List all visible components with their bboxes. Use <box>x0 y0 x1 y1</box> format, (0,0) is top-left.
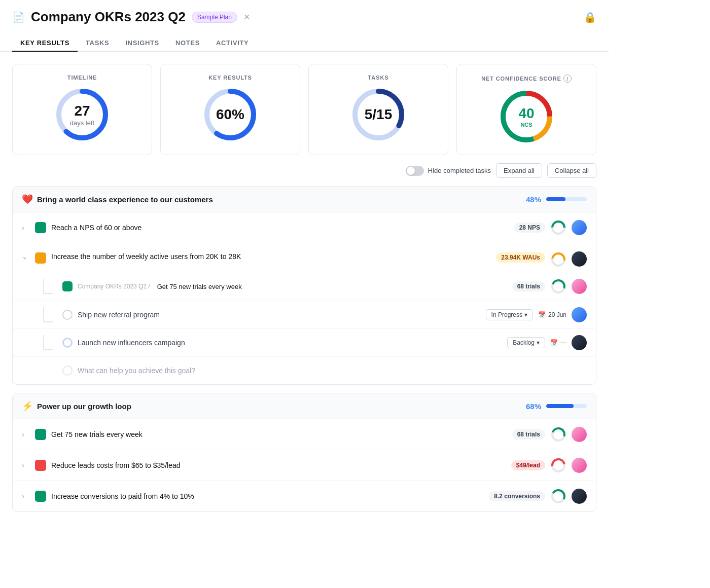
stat-ncs-label: NET CONFIDENCE SCORE i <box>467 75 586 83</box>
kr2-name: Increase the number of weekly active use… <box>51 252 491 261</box>
objective-2-emoji: ⚡ <box>22 400 33 412</box>
pin-icon[interactable]: ✕ <box>243 12 250 22</box>
kr2-expand-icon[interactable]: ⌄ <box>22 252 30 261</box>
hide-completed-toggle[interactable] <box>406 166 424 176</box>
kr2-avatar <box>572 251 587 267</box>
placeholder-text[interactable]: What can help you achieve this goal? <box>78 366 587 375</box>
objective-1: ❤️ Bring a world class experience to our… <box>12 186 596 385</box>
page-doc-icon: 📄 <box>12 11 25 23</box>
kr4-circle <box>550 457 566 473</box>
task2-checkbox[interactable] <box>62 338 73 348</box>
stat-timeline: TIMELINE 27 days left <box>12 64 152 155</box>
kr5-avatar <box>572 489 587 504</box>
sub-kr-dot <box>62 281 73 291</box>
placeholder-circle <box>62 365 73 376</box>
kr5-circle <box>550 488 566 504</box>
kr5-expand-icon[interactable]: › <box>22 492 30 500</box>
objective-1-bar-fill <box>546 197 565 201</box>
objective-2-bar-fill <box>546 404 574 408</box>
kr4-expand-icon[interactable]: › <box>22 461 30 469</box>
stat-ncs-value: 40 <box>518 105 534 122</box>
toggle-knob <box>407 167 415 175</box>
kr1-expand-icon[interactable]: › <box>22 224 30 232</box>
sub-item-task-1: Ship new referral program In Progress ▾ … <box>13 301 596 329</box>
expand-all-button[interactable]: Expand all <box>496 163 542 178</box>
hide-completed-wrap: Hide completed tasks <box>406 166 491 176</box>
kr4-color-dot <box>35 460 46 471</box>
objective-1-header: ❤️ Bring a world class experience to our… <box>13 187 596 212</box>
ncs-info-icon[interactable]: i <box>563 75 572 83</box>
kr2-color-dot <box>35 252 46 264</box>
task1-status[interactable]: In Progress ▾ <box>486 309 533 320</box>
controls-bar: Hide completed tasks Expand all Collapse… <box>0 155 609 186</box>
stat-key-results: KEY RESULTS 60% <box>160 64 300 155</box>
kr3-circle <box>550 426 566 443</box>
objective-2-title: Power up our growth loop <box>37 402 526 411</box>
stats-row: TIMELINE 27 days left KEY RESULTS <box>0 52 609 155</box>
kr3-color-dot <box>35 429 46 440</box>
objective-1-bar <box>546 197 587 201</box>
objective-1-progress: 48% <box>526 195 541 204</box>
sub-kr-avatar <box>572 279 587 294</box>
kr4-metric: $49/lead <box>511 460 545 470</box>
kr3-avatar <box>572 427 587 442</box>
kr4-avatar <box>572 458 587 473</box>
sub-item-task-2: Launch new influencers campaign Backlog … <box>13 329 596 357</box>
objective-2-bar <box>546 404 587 408</box>
hide-completed-label: Hide completed tasks <box>428 167 491 174</box>
kr1-circle <box>550 219 566 236</box>
page-header: 📄 Company OKRs 2023 Q2 Sample Plan ✕ 🔒 <box>0 0 609 25</box>
objective-1-emoji: ❤️ <box>22 194 33 205</box>
tab-insights[interactable]: INSIGHTS <box>117 35 167 52</box>
task2-name: Launch new influencers campaign <box>78 339 502 347</box>
stat-timeline-value: 27 <box>70 103 94 119</box>
objective-1-title: Bring a world class experience to our cu… <box>37 195 526 204</box>
sub-item-placeholder: What can help you achieve this goal? <box>13 357 596 384</box>
task2-date: 📅 — <box>550 339 566 346</box>
kr-row-2: ⌄ Increase the number of weekly active u… <box>13 243 596 272</box>
sub-kr-circle <box>550 278 566 295</box>
stat-tasks-value: 5/15 <box>365 106 393 123</box>
task1-checkbox[interactable] <box>62 310 73 320</box>
kr3-expand-icon[interactable]: › <box>22 430 30 438</box>
stat-tasks-label: TASKS <box>319 75 438 81</box>
sub-kr-breadcrumb: Company OKRs 2023 Q2 / <box>78 283 150 290</box>
objective-2-header: ⚡ Power up our growth loop 68% <box>13 393 596 419</box>
sub-kr-metric: 68 trials <box>512 281 545 291</box>
task2-avatar <box>572 335 587 350</box>
kr5-name: Increase conversions to paid from 4% to … <box>51 492 484 500</box>
stat-kr-label: KEY RESULTS <box>171 75 290 81</box>
task1-date: 📅 20 Jun <box>538 311 566 318</box>
kr1-color-dot <box>35 222 46 233</box>
task2-status[interactable]: Backlog ▾ <box>507 337 545 348</box>
kr3-name: Get 75 new trials every week <box>51 430 507 438</box>
kr2-circle <box>550 251 566 268</box>
kr2-metric: 23.94K WAUs <box>496 252 545 263</box>
tab-key-results[interactable]: KEY RESULTS <box>12 35 78 52</box>
collapse-all-button[interactable]: Collapse all <box>547 163 596 178</box>
stat-timeline-sub: days left <box>70 119 94 127</box>
page-title: Company OKRs 2023 Q2 <box>31 9 186 25</box>
kr-row-3: › Get 75 new trials every week 68 trials <box>13 419 596 450</box>
tab-activity[interactable]: ACTIVITY <box>208 35 257 52</box>
stat-timeline-label: TIMELINE <box>23 75 141 81</box>
kr-row-1: › Reach a NPS of 60 or above 28 NPS <box>13 212 596 243</box>
kr5-color-dot <box>35 491 46 502</box>
kr3-metric: 68 trials <box>512 429 545 439</box>
tab-bar: KEY RESULTS TASKS INSIGHTS NOTES ACTIVIT… <box>0 29 609 52</box>
task1-avatar <box>572 307 587 322</box>
lock-icon[interactable]: 🔒 <box>584 11 596 23</box>
task1-name: Ship new referral program <box>78 311 481 319</box>
kr1-avatar <box>572 220 587 235</box>
kr1-metric: 28 NPS <box>514 223 545 233</box>
objective-2: ⚡ Power up our growth loop 68% › Get 75 … <box>12 393 596 512</box>
tab-tasks[interactable]: TASKS <box>78 35 117 52</box>
kr-row-4: › Reduce leads costs from $65 to $35/lea… <box>13 450 596 481</box>
stat-kr-value: 60% <box>216 106 244 123</box>
sample-badge: Sample Plan <box>192 12 237 23</box>
stat-tasks: TASKS 5/15 <box>308 64 448 155</box>
kr4-name: Reduce leads costs from $65 to $35/lead <box>51 461 506 469</box>
tab-notes[interactable]: NOTES <box>167 35 208 52</box>
stat-ncs-sub: NCS <box>518 122 534 128</box>
kr5-metric: 8.2 conversions <box>489 491 545 501</box>
